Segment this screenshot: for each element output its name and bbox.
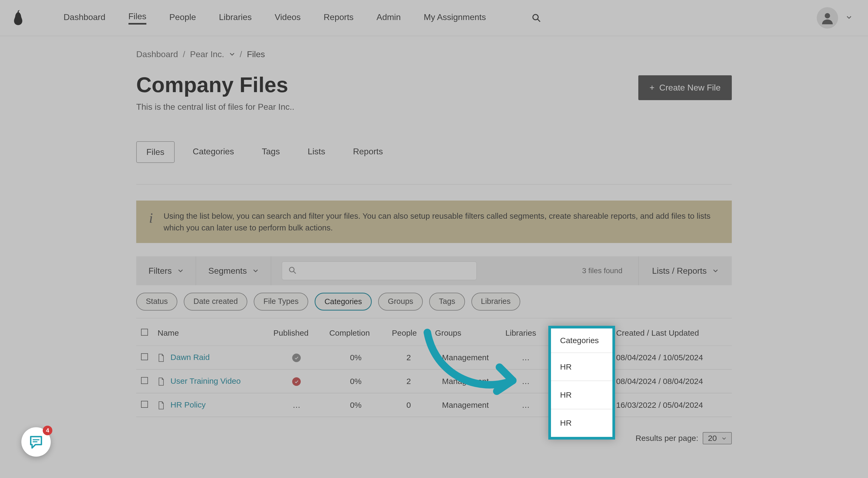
nav-videos[interactable]: Videos	[275, 12, 301, 24]
results-per-page: Results per page: 20	[136, 432, 732, 444]
table-row: HR Policy … 0% 0 Management … HR 16/03/2…	[136, 393, 732, 417]
file-name-link[interactable]: User Training Video	[170, 377, 241, 385]
search-icon	[288, 266, 297, 275]
nav-dashboard[interactable]: Dashboard	[64, 12, 105, 24]
cell-completion: 0%	[324, 369, 387, 393]
col-people[interactable]: People	[387, 320, 430, 346]
account-menu[interactable]	[817, 7, 852, 29]
cell-published-text: …	[269, 393, 324, 417]
user-avatar-icon	[817, 7, 838, 29]
chip-categories[interactable]: Categories	[315, 293, 372, 311]
row-checkbox[interactable]	[141, 353, 148, 360]
table-header-row: Name Published Completion People Groups …	[136, 320, 732, 346]
chevron-down-icon	[722, 434, 726, 443]
filters-label: Filters	[149, 266, 172, 276]
files-found-label: 3 files found	[582, 266, 638, 275]
subtab-categories[interactable]: Categories	[183, 141, 244, 163]
breadcrumb-org[interactable]: Pear Inc.	[190, 50, 224, 59]
toolbar-search	[271, 261, 488, 280]
lists-reports-label: Lists / Reports	[652, 266, 707, 276]
divider	[136, 318, 732, 318]
nav-admin[interactable]: Admin	[377, 12, 401, 24]
results-per-page-select[interactable]: 20	[703, 432, 732, 444]
page-subtitle: This is the central list of files for Pe…	[136, 102, 294, 112]
chevron-down-icon	[713, 266, 718, 276]
chip-libraries[interactable]: Libraries	[471, 293, 520, 311]
nav-files[interactable]: Files	[128, 11, 147, 25]
chevron-down-icon	[846, 14, 852, 21]
chip-groups[interactable]: Groups	[378, 293, 423, 311]
top-nav: Dashboard Files People Libraries Videos …	[64, 11, 541, 25]
svg-rect-6	[33, 441, 38, 443]
divider	[136, 184, 732, 185]
col-name[interactable]: Name	[153, 320, 269, 346]
subtab-files[interactable]: Files	[136, 141, 175, 163]
file-icon	[158, 377, 164, 386]
col-created-updated[interactable]: Created / Last Updated	[611, 320, 732, 346]
cell-completion: 0%	[324, 393, 387, 417]
filter-toolbar: Filters Segments 3 files found Lists / R…	[136, 256, 732, 285]
subtab-tags[interactable]: Tags	[252, 141, 289, 163]
svg-point-0	[533, 14, 538, 20]
plus-icon: +	[650, 83, 655, 93]
page-title: Company Files	[136, 73, 294, 97]
cell-libraries: …	[500, 369, 551, 393]
filters-dropdown[interactable]: Filters	[136, 256, 196, 285]
cell-libraries: …	[500, 346, 551, 370]
subtab-reports[interactable]: Reports	[343, 141, 393, 163]
nav-reports[interactable]: Reports	[324, 12, 353, 24]
svg-rect-5	[33, 439, 39, 440]
results-per-page-label: Results per page:	[636, 434, 698, 443]
chip-date-created[interactable]: Date created	[184, 293, 247, 311]
chip-tags[interactable]: Tags	[429, 293, 465, 311]
chat-icon	[28, 434, 44, 450]
col-libraries[interactable]: Libraries	[500, 320, 551, 346]
create-new-file-label: Create New File	[659, 83, 720, 93]
file-name-link[interactable]: HR Policy	[170, 400, 206, 409]
subtab-lists[interactable]: Lists	[298, 141, 335, 163]
help-chat-button[interactable]: 4	[21, 427, 51, 457]
cell-groups: Management	[430, 346, 501, 370]
select-all-checkbox[interactable]	[141, 329, 148, 336]
chip-file-types[interactable]: File Types	[254, 293, 308, 311]
app-logo[interactable]	[7, 9, 29, 27]
file-icon	[158, 401, 164, 410]
nav-people[interactable]: People	[169, 12, 196, 24]
highlight-cell: HR	[551, 409, 612, 437]
file-name-link[interactable]: Dawn Raid	[170, 353, 210, 361]
chevron-down-icon[interactable]	[229, 50, 235, 59]
cell-dates: 08/04/2024 / 10/05/2024	[611, 346, 732, 370]
nav-my-assignments[interactable]: My Assignments	[424, 12, 486, 24]
nav-libraries[interactable]: Libraries	[219, 12, 252, 24]
create-new-file-button[interactable]: + Create New File	[638, 75, 732, 100]
info-icon: i	[149, 211, 153, 225]
file-icon	[158, 354, 164, 362]
search-input[interactable]	[282, 261, 477, 280]
files-table: Name Published Completion People Groups …	[136, 320, 732, 417]
highlight-cell: HR	[551, 381, 612, 409]
cell-completion: 0%	[324, 346, 387, 370]
col-completion[interactable]: Completion	[324, 320, 387, 346]
categories-highlight: Categories HR HR HR	[548, 326, 615, 440]
col-published[interactable]: Published	[269, 320, 324, 346]
published-badge	[292, 354, 301, 362]
svg-point-2	[825, 13, 830, 19]
col-groups[interactable]: Groups	[430, 320, 501, 346]
cell-people: 2	[387, 369, 430, 393]
breadcrumb-dashboard[interactable]: Dashboard	[136, 50, 178, 59]
search-icon[interactable]	[532, 13, 541, 23]
title-row: Company Files This is the central list o…	[136, 73, 732, 112]
breadcrumb-separator: /	[240, 50, 242, 59]
row-checkbox[interactable]	[141, 401, 148, 408]
row-checkbox[interactable]	[141, 377, 148, 384]
segments-dropdown[interactable]: Segments	[196, 256, 271, 285]
lists-reports-dropdown[interactable]: Lists / Reports	[638, 256, 732, 285]
breadcrumb-current: Files	[247, 50, 265, 59]
breadcrumb: Dashboard / Pear Inc. / Files	[136, 50, 732, 59]
highlight-cell: HR	[551, 353, 612, 381]
page-body: Dashboard / Pear Inc. / Files Company Fi…	[0, 36, 868, 444]
chip-status[interactable]: Status	[136, 293, 177, 311]
svg-line-4	[293, 271, 296, 274]
cell-people: 0	[387, 393, 430, 417]
cell-dates: 08/04/2024 / 08/04/2024	[611, 369, 732, 393]
